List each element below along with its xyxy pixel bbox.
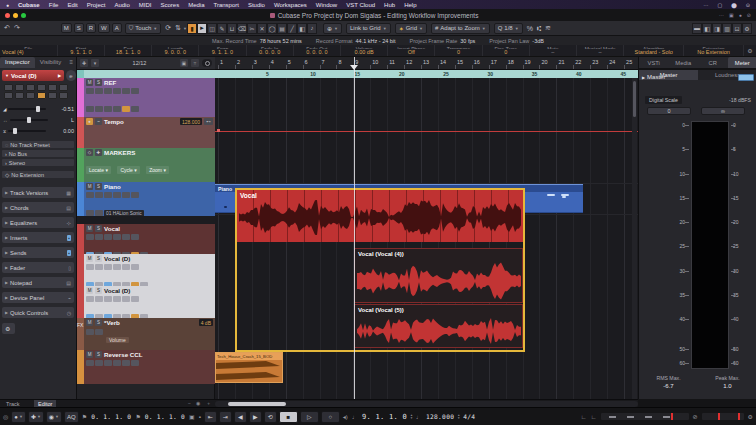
monitor-button[interactable]: [95, 264, 103, 270]
tab-vsti[interactable]: VSTi: [639, 57, 669, 68]
monitor-button[interactable]: [48, 84, 57, 91]
mute-button[interactable]: M: [86, 183, 93, 190]
vocal-4-audio-event[interactable]: Vocal (Vocal (4)): [354, 248, 523, 303]
tempo-display[interactable]: 128.000: [426, 413, 454, 420]
write-button[interactable]: [113, 360, 121, 366]
punch-mode-button[interactable]: ✚▼: [28, 411, 44, 423]
auto-punch-icon[interactable]: ⟳: [165, 24, 171, 32]
record-enable-button[interactable]: [86, 264, 94, 270]
crash-audio-clip[interactable]: Tech_House_Crash_15_BOD: [215, 352, 283, 383]
object-selection-tool[interactable]: ►: [197, 23, 207, 34]
solo-button[interactable]: S: [95, 183, 102, 190]
mute-button[interactable]: M: [86, 319, 93, 326]
section-track-versions[interactable]: ▶Track Versions▦: [2, 187, 74, 198]
clip-indicator[interactable]: [671, 413, 673, 420]
freeze-button[interactable]: [122, 192, 130, 198]
track-row-markers[interactable]: ◇✚MARKERS Locate ▾ Cycle ▾ Zoom ▾: [77, 148, 215, 182]
in-routing-button[interactable]: [86, 106, 94, 112]
lane-button[interactable]: [131, 88, 139, 94]
info-field-start[interactable]: Start9. 1. 1. 0: [58, 45, 105, 56]
pan-slider[interactable]: [10, 119, 48, 121]
mute-button[interactable]: M: [86, 287, 93, 294]
menu-item-studio[interactable]: Studio: [248, 2, 265, 8]
clock-icon[interactable]: ⊘: [747, 12, 751, 18]
tab-media[interactable]: Media: [669, 57, 699, 68]
mute-button[interactable]: [4, 84, 13, 91]
global-automation-button[interactable]: A: [112, 23, 122, 33]
play-tool[interactable]: ◧: [297, 23, 307, 34]
volume-slider[interactable]: [8, 108, 46, 110]
vocal-5-audio-event[interactable]: Vocal (Vocal (5)): [354, 304, 523, 348]
info-field-volume[interactable]: Volume0.00 dB: [341, 45, 388, 56]
selected-vocal-event-group[interactable]: Vocal Vocal (Vocal (4)) Vocal (Vocal (5)…: [237, 190, 523, 350]
status-time-icon[interactable]: ⊙: [746, 2, 750, 8]
tool-divider[interactable]: ▮: [187, 23, 197, 34]
solo-button[interactable]: S: [95, 351, 102, 358]
info-field-end[interactable]: End18. 1. 1. 0: [105, 45, 152, 56]
marker-jump-icon[interactable]: ▪: [199, 414, 201, 420]
keyboard-icon[interactable]: ⌗: [191, 59, 199, 67]
tempo-curve-line[interactable]: [215, 131, 638, 132]
read-button[interactable]: [86, 329, 94, 335]
write-button[interactable]: [37, 84, 46, 91]
go-to-next-marker-button[interactable]: ⇥: [219, 411, 232, 423]
menu-item-window[interactable]: Window: [316, 2, 337, 8]
fixed-panel-icon[interactable]: ▬: [692, 23, 702, 34]
track-row-ref[interactable]: MSREF: [77, 78, 215, 117]
monitor-button[interactable]: [95, 88, 103, 94]
solo-button[interactable]: [15, 84, 24, 91]
left-zone-toggle-icon[interactable]: ◧: [702, 23, 712, 34]
menu-item-cubase[interactable]: Cubase: [18, 2, 40, 8]
line-tool[interactable]: ╱: [287, 23, 297, 34]
ruler-track-row[interactable]: Seconds: [77, 70, 215, 78]
info-field-invert-phase[interactable]: Invert PhaseOff: [388, 45, 435, 56]
draw-tool[interactable]: ✎: [217, 23, 227, 34]
vocal-audio-event[interactable]: Vocal: [237, 190, 523, 242]
play-button[interactable]: ▷: [300, 411, 319, 423]
section-quick-controls[interactable]: ▶Quick Controls◷: [2, 307, 74, 318]
track-row-verb[interactable]: FX MS*Verb4 dB Volume: [77, 318, 215, 350]
menu-item-scores[interactable]: Scores: [160, 2, 179, 8]
setup-window-layout-icon[interactable]: ⊡: [732, 23, 742, 34]
clip-indicator[interactable]: [738, 413, 740, 420]
section-inserts[interactable]: ▶Inserts▪: [2, 232, 74, 243]
monitor-button[interactable]: [95, 360, 103, 366]
solo-button[interactable]: S: [95, 319, 102, 326]
lane-button[interactable]: [131, 296, 139, 302]
menu-item-project[interactable]: Project: [87, 2, 106, 8]
read-button[interactable]: [104, 264, 112, 270]
punch-out-flag-icon[interactable]: ⚑: [135, 413, 140, 420]
write-button[interactable]: [113, 192, 121, 198]
meter-config-button[interactable]: [738, 74, 754, 81]
more-icon[interactable]: ⋯: [719, 12, 724, 18]
inspector-menu-icon[interactable]: ≡: [66, 57, 76, 68]
record-mode-button[interactable]: ●▼: [11, 411, 26, 423]
freeze-button[interactable]: [122, 360, 130, 366]
read-button[interactable]: [104, 192, 112, 198]
zoom-knob-icon[interactable]: ◉: [196, 400, 200, 406]
edit-channel-button[interactable]: e: [66, 70, 76, 81]
status-display-icon[interactable]: ▢: [717, 2, 722, 8]
write-button[interactable]: [113, 88, 121, 94]
audio-quantize-button[interactable]: AQ: [64, 411, 79, 423]
event-display[interactable]: Piano Vocal Vocal (Vocal (4)) Vocal (Voc…: [215, 57, 638, 399]
metronome-icon[interactable]: ♩: [352, 414, 358, 420]
info-field-fade-out[interactable]: Fade-Out0. 0. 0. 0: [294, 45, 341, 56]
musical-mode-button[interactable]: [122, 106, 130, 112]
tempo-curve-button[interactable]: ~: [95, 118, 102, 125]
undo-icon[interactable]: ↶: [4, 24, 10, 32]
solo-button[interactable]: S: [95, 287, 102, 294]
mute-button[interactable]: M: [86, 255, 93, 262]
info-field-file[interactable]: FileVocal (4): [0, 45, 58, 56]
camera-icon[interactable]: ▣: [180, 59, 188, 67]
lane-button[interactable]: [15, 92, 24, 99]
track-filter-icon[interactable]: ▾: [91, 59, 99, 67]
tab-cr[interactable]: CR: [698, 57, 728, 68]
monitor-button[interactable]: [95, 234, 103, 240]
lane-button[interactable]: [131, 192, 139, 198]
musical-mode-button[interactable]: [37, 92, 46, 99]
solo-button[interactable]: S: [95, 79, 102, 86]
quantize-combo[interactable]: Q 1/8 ▼: [494, 23, 523, 34]
section-sends[interactable]: ▶Sends▪: [2, 247, 74, 258]
midi-keyboard-icon[interactable]: ◎: [3, 413, 8, 420]
